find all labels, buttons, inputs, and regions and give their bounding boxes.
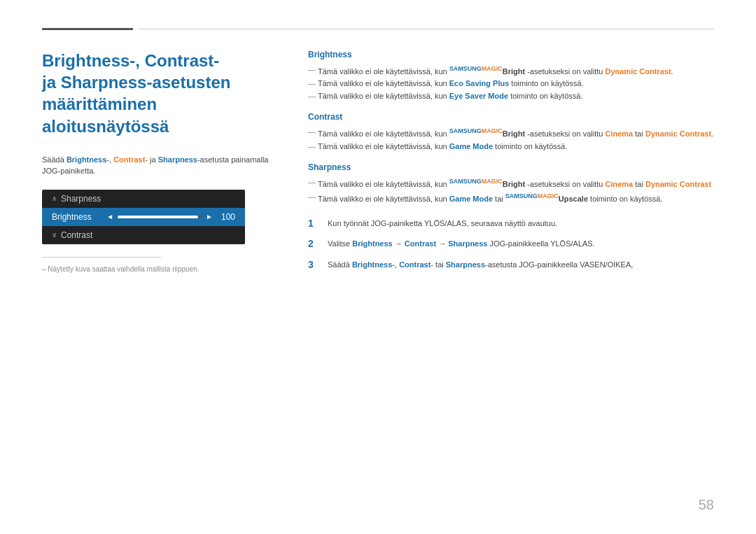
top-line-dark: [42, 28, 133, 30]
page-number: 58: [699, 497, 714, 513]
arrow-down-icon: ∨: [52, 231, 57, 239]
contrast-bullets: Tämä valikko ei ole käytettävissä, kun S…: [308, 126, 714, 153]
arrow-left-icon: ◄: [106, 213, 113, 220]
intro-text: Säädä Brightness-, Contrast- ja Sharpnes…: [42, 154, 280, 177]
step-1-text: Kun työnnät JOG-painiketta YLÖS/ALAS, se…: [328, 218, 557, 230]
brightness-bullet-1: Tämä valikko ei ole käytettävissä, kun S…: [308, 64, 714, 78]
osd-item-contrast-down: ∨ Contrast: [42, 226, 245, 244]
osd-sharpness-label: Sharpness: [61, 194, 235, 204]
main-content: Brightness-, Contrast-ja Sharpness-asetu…: [42, 50, 714, 280]
step-2: 2 Valitse Brightness → Contrast → Sharpn…: [308, 238, 714, 251]
arrow-right-icon: ►: [206, 213, 213, 220]
osd-contrast-label: Contrast: [61, 230, 235, 240]
step-3: 3 Säädä Brightness-, Contrast- tai Sharp…: [308, 259, 714, 272]
osd-slider: [118, 216, 202, 218]
osd-slider-area: ◄ ► 100: [106, 212, 235, 222]
section-heading-sharpness: Sharpness: [308, 162, 714, 172]
osd-value: 100: [217, 212, 235, 222]
arrow-up-icon: ∧: [52, 195, 57, 202]
brightness-bullet-2: Tämä valikko ei ole käytettävissä, kun E…: [308, 78, 714, 90]
step-3-number: 3: [308, 259, 321, 270]
section-heading-brightness: Brightness: [308, 50, 714, 59]
divider-line: [42, 257, 161, 258]
right-column: Brightness Tämä valikko ei ole käytettäv…: [308, 50, 714, 280]
step-1: 1 Kun työnnät JOG-painiketta YLÖS/ALAS, …: [308, 218, 714, 230]
brightness-bullets: Tämä valikko ei ole käytettävissä, kun S…: [308, 64, 714, 102]
top-line-light: [139, 29, 714, 29]
steps-section: 1 Kun työnnät JOG-painiketta YLÖS/ALAS, …: [308, 218, 714, 272]
osd-item-sharpness-up: ∧ Sharpness: [42, 190, 245, 208]
osd-slider-fill: [118, 216, 198, 218]
top-decorative-lines: [42, 28, 714, 30]
step-1-number: 1: [308, 218, 321, 229]
sharpness-bullets: Tämä valikko ei ole käytettävissä, kun S…: [308, 176, 714, 205]
intro-contrast: Contrast: [113, 155, 145, 164]
page-container: Brightness-, Contrast-ja Sharpness-asetu…: [0, 0, 756, 534]
left-column: Brightness-, Contrast-ja Sharpness-asetu…: [42, 50, 280, 280]
osd-item-brightness: Brightness ◄ ► 100: [42, 208, 245, 226]
step-2-text: Valitse Brightness → Contrast → Sharpnes…: [328, 238, 595, 251]
brightness-bullet-3: Tämä valikko ei ole käytettävissä, kun E…: [308, 90, 714, 103]
contrast-bullet-1: Tämä valikko ei ole käytettävissä, kun S…: [308, 126, 714, 140]
osd-menu: ∧ Sharpness Brightness ◄ ► 100: [42, 190, 245, 244]
osd-brightness-label: Brightness: [52, 212, 106, 222]
sharpness-bullet-2: Tämä valikko ei ole käytettävissä, kun G…: [308, 191, 714, 205]
footnote-text: – Näytetty kuva saattaa vaihdella mallis…: [42, 265, 280, 274]
contrast-bullet-2: Tämä valikko ei ole käytettävissä, kun G…: [308, 141, 714, 153]
section-heading-contrast: Contrast: [308, 112, 714, 122]
step-2-number: 2: [308, 238, 321, 249]
intro-sharpness: Sharpness: [158, 155, 197, 164]
intro-brightness: Brightness: [66, 155, 106, 164]
page-title: Brightness-, Contrast-ja Sharpness-asetu…: [42, 50, 280, 137]
step-3-text: Säädä Brightness-, Contrast- tai Sharpne…: [328, 259, 633, 272]
sharpness-bullet-1: Tämä valikko ei ole käytettävissä, kun S…: [308, 176, 714, 190]
